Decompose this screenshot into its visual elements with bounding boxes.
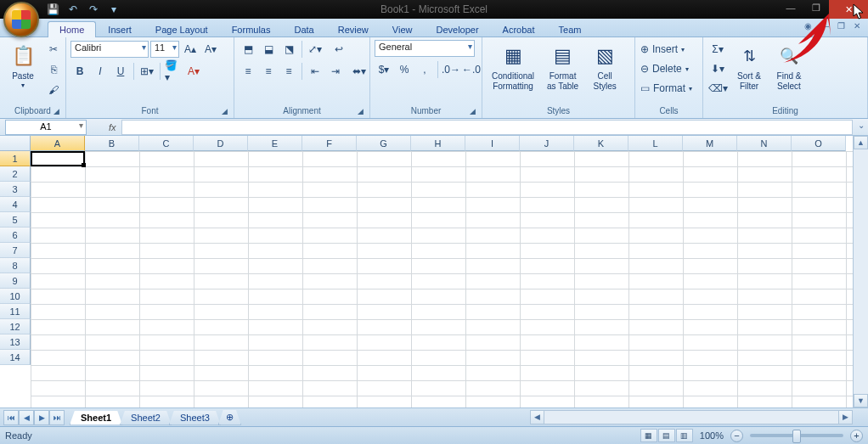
font-dialog-icon[interactable]: ◢ bbox=[222, 107, 228, 115]
doc-restore-icon[interactable]: ❐ bbox=[835, 21, 848, 31]
row-header-7[interactable]: 7 bbox=[0, 243, 31, 258]
alignment-dialog-icon[interactable]: ◢ bbox=[358, 107, 364, 115]
tab-page-layout[interactable]: Page Layout bbox=[144, 21, 220, 37]
row-header-8[interactable]: 8 bbox=[0, 258, 31, 273]
column-header-D[interactable]: D bbox=[194, 136, 248, 151]
column-header-E[interactable]: E bbox=[248, 136, 302, 151]
format-as-table-button[interactable]: ▤ Format as Table bbox=[542, 40, 583, 93]
increase-indent-icon[interactable]: ⇥ bbox=[326, 62, 345, 81]
number-dialog-icon[interactable]: ◢ bbox=[470, 107, 476, 115]
row-header-5[interactable]: 5 bbox=[0, 212, 31, 228]
align-middle-icon[interactable]: ⬓ bbox=[259, 40, 278, 59]
column-header-I[interactable]: I bbox=[465, 136, 520, 151]
qat-customize-icon[interactable]: ▾ bbox=[105, 2, 122, 17]
column-header-A[interactable]: A bbox=[31, 136, 85, 151]
wrap-text-icon[interactable]: ↩ bbox=[326, 40, 352, 59]
redo-icon[interactable]: ↷ bbox=[85, 2, 102, 17]
doc-close-icon[interactable]: ✕ bbox=[851, 21, 863, 31]
tab-acrobat[interactable]: Acrobat bbox=[491, 21, 547, 37]
insert-cells-button[interactable]: ⊕Insert▾ bbox=[640, 40, 699, 59]
sheet-nav-first-icon[interactable]: ⏮ bbox=[3, 410, 19, 425]
decrease-decimal-icon[interactable]: ←.0 bbox=[462, 60, 481, 79]
column-header-H[interactable]: H bbox=[411, 136, 465, 151]
zoom-slider[interactable] bbox=[750, 434, 843, 437]
align-top-icon[interactable]: ⬒ bbox=[239, 40, 257, 59]
fx-icon[interactable]: fx bbox=[109, 122, 116, 132]
scroll-left-icon[interactable]: ◀ bbox=[531, 411, 544, 424]
column-header-M[interactable]: M bbox=[683, 136, 737, 151]
row-header-6[interactable]: 6 bbox=[0, 228, 31, 243]
row-header-13[interactable]: 13 bbox=[0, 334, 31, 350]
column-header-C[interactable]: C bbox=[139, 136, 194, 151]
close-button[interactable]: ✕ bbox=[829, 0, 868, 19]
row-header-3[interactable]: 3 bbox=[0, 182, 31, 197]
format-cells-button[interactable]: ▭Format▾ bbox=[640, 79, 699, 98]
zoom-in-button[interactable]: + bbox=[850, 430, 863, 442]
font-name-combo[interactable]: Calibri bbox=[70, 41, 149, 58]
column-header-O[interactable]: O bbox=[792, 136, 846, 151]
increase-decimal-icon[interactable]: .0→ bbox=[442, 60, 460, 79]
horizontal-scrollbar[interactable]: ◀ ▶ bbox=[530, 410, 853, 424]
delete-cells-button[interactable]: ⊖Delete▾ bbox=[640, 59, 699, 78]
align-center-icon[interactable]: ≡ bbox=[259, 62, 278, 81]
row-header-12[interactable]: 12 bbox=[0, 319, 31, 334]
page-break-view-icon[interactable]: ▥ bbox=[676, 429, 693, 442]
font-color-icon[interactable]: A▾ bbox=[184, 62, 203, 81]
grow-font-icon[interactable]: A▴ bbox=[181, 40, 200, 59]
copy-icon[interactable]: ⎘ bbox=[44, 60, 63, 79]
row-header-11[interactable]: 11 bbox=[0, 304, 31, 319]
column-header-G[interactable]: G bbox=[357, 136, 411, 151]
fill-icon[interactable]: ⬇▾ bbox=[707, 59, 728, 78]
office-button[interactable] bbox=[3, 2, 39, 37]
accounting-format-icon[interactable]: $▾ bbox=[375, 60, 393, 79]
tab-team[interactable]: Team bbox=[547, 21, 594, 37]
minimize-button[interactable]: — bbox=[778, 0, 803, 15]
sort-filter-button[interactable]: ⇅ Sort & Filter bbox=[730, 40, 768, 93]
row-header-14[interactable]: 14 bbox=[0, 350, 31, 365]
column-header-N[interactable]: N bbox=[737, 136, 792, 151]
decrease-indent-icon[interactable]: ⇤ bbox=[306, 62, 324, 81]
tab-developer[interactable]: Developer bbox=[424, 21, 490, 37]
new-sheet-icon[interactable]: ⊕ bbox=[218, 410, 241, 425]
name-box[interactable]: A1 bbox=[5, 120, 87, 135]
border-icon[interactable]: ⊞▾ bbox=[138, 62, 156, 81]
shrink-font-icon[interactable]: A▾ bbox=[201, 40, 220, 59]
tab-review[interactable]: Review bbox=[326, 21, 380, 37]
row-header-4[interactable]: 4 bbox=[0, 197, 31, 212]
italic-button[interactable]: I bbox=[91, 62, 110, 81]
row-header-9[interactable]: 9 bbox=[0, 273, 31, 289]
bold-button[interactable]: B bbox=[70, 62, 89, 81]
column-header-K[interactable]: K bbox=[574, 136, 628, 151]
sheet-nav-next-icon[interactable]: ▶ bbox=[34, 410, 49, 425]
sheet-tab-1[interactable]: Sheet1 bbox=[70, 411, 122, 425]
column-header-L[interactable]: L bbox=[628, 136, 683, 151]
tab-view[interactable]: View bbox=[380, 21, 425, 37]
sheet-tab-2[interactable]: Sheet2 bbox=[120, 411, 172, 425]
sheet-tab-3[interactable]: Sheet3 bbox=[169, 411, 221, 425]
scroll-right-icon[interactable]: ▶ bbox=[838, 411, 852, 424]
column-header-F[interactable]: F bbox=[302, 136, 357, 151]
fill-color-icon[interactable]: 🪣▾ bbox=[164, 62, 183, 81]
scroll-down-icon[interactable]: ▼ bbox=[854, 394, 868, 407]
clipboard-dialog-icon[interactable]: ◢ bbox=[54, 107, 59, 115]
zoom-out-button[interactable]: − bbox=[730, 430, 743, 442]
cell-styles-button[interactable]: ▧ Cell Styles bbox=[586, 40, 623, 93]
format-painter-icon[interactable]: 🖌 bbox=[44, 81, 63, 99]
row-header-1[interactable]: 1 bbox=[0, 151, 31, 166]
zoom-level[interactable]: 100% bbox=[700, 430, 724, 441]
active-cell[interactable] bbox=[31, 151, 85, 166]
select-all-button[interactable] bbox=[0, 136, 31, 151]
clear-icon[interactable]: ⌫▾ bbox=[707, 79, 728, 98]
doc-minimize-icon[interactable]: — bbox=[818, 21, 831, 31]
tab-home[interactable]: Home bbox=[48, 21, 96, 37]
align-bottom-icon[interactable]: ⬔ bbox=[279, 40, 298, 59]
number-format-combo[interactable]: General bbox=[375, 40, 475, 57]
tab-formulas[interactable]: Formulas bbox=[220, 21, 283, 37]
expand-formula-bar-icon[interactable]: ⌄ bbox=[858, 121, 865, 130]
align-right-icon[interactable]: ≡ bbox=[279, 62, 298, 81]
vertical-scrollbar[interactable]: ▲ ▼ bbox=[853, 136, 868, 407]
undo-icon[interactable]: ↶ bbox=[65, 2, 82, 17]
find-select-button[interactable]: 🔍 Find & Select bbox=[770, 40, 808, 93]
align-left-icon[interactable]: ≡ bbox=[239, 62, 257, 81]
save-icon[interactable]: 💾 bbox=[44, 2, 61, 17]
